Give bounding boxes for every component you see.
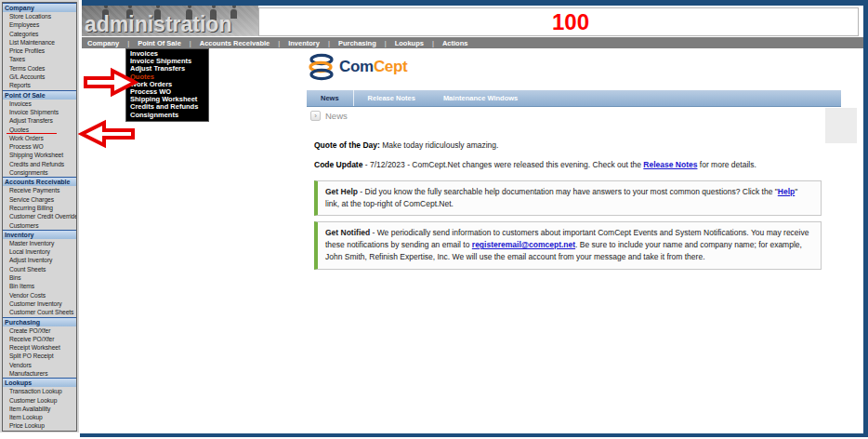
sidebar-item-receipt-worksheet[interactable]: Receipt Worksheet — [3, 343, 76, 352]
menu-point-of-sale[interactable]: Point Of Sale — [138, 39, 181, 47]
sidebar-item-price-lookup[interactable]: Price Lookup — [3, 421, 76, 430]
news-section-header: › News — [310, 111, 348, 121]
sidebar-item-manufacturers[interactable]: Manufacturers — [3, 369, 76, 378]
register-email-link[interactable]: registeremail@comcept.net — [472, 240, 575, 249]
sidebar-section-lookups: Lookups — [3, 378, 76, 387]
annotation-big-number: 100 — [552, 9, 589, 35]
sidebar-item-transaction-lookup[interactable]: Transaction Lookup — [3, 387, 76, 395]
sidebar-menu-panel: CompanyStore LocationsEmployeesCategorie… — [2, 2, 77, 432]
content-corner-decoration — [825, 108, 857, 143]
code-update-text-end: for more details. — [697, 160, 756, 169]
quote-label: Quote of the Day: — [314, 140, 380, 150]
sidebar-item-process-wo[interactable]: Process WO — [3, 142, 76, 151]
menu-lookups[interactable]: Lookups — [395, 39, 424, 47]
menu-separator: | — [328, 39, 330, 47]
comcept-logo: ComCept — [309, 53, 407, 81]
sidebar-item-work-orders[interactable]: Work Orders — [3, 134, 76, 142]
menu-purchasing[interactable]: Purchasing — [338, 39, 376, 47]
sidebar-section-inventory: Inventory — [3, 230, 76, 239]
right-frame-bar — [863, 0, 868, 437]
sidebar-section-point-of-sale: Point Of Sale — [3, 90, 76, 100]
banner-title: administration — [85, 13, 231, 36]
sidebar-item-adjust-transfers[interactable]: Adjust Transfers — [3, 116, 76, 125]
sidebar-item-bin-items[interactable]: Bin Items — [3, 282, 76, 290]
logo-com: Com — [339, 58, 374, 75]
sidebar-item-consignments[interactable]: Consignments — [3, 168, 76, 177]
sidebar-item-customer-count-sheets[interactable]: Customer Count Sheets — [3, 308, 76, 316]
sidebar-item-terms-codes[interactable]: Terms Codes — [3, 64, 76, 73]
code-update-line: Code Update - 7/12/2023 - ComCept.Net ch… — [314, 159, 868, 171]
sidebar-item-receive-po-xfer[interactable]: Receive PO/Xfer — [3, 335, 76, 343]
comcept-admin-window: CompanyStore LocationsEmployeesCategorie… — [0, 0, 868, 439]
comcept-logo-text: ComCept — [339, 58, 407, 76]
header-strip: 100 — [258, 7, 859, 36]
sidebar-item-count-sheets[interactable]: Count Sheets — [3, 265, 76, 273]
main-area: administration 100 Company|Point Of Sale… — [82, 0, 868, 439]
sidebar-item-taxes[interactable]: Taxes — [3, 55, 76, 63]
sidebar-item-customers[interactable]: Customers — [3, 221, 76, 230]
sidebar-section-accounts-receivable: Accounts Receivable — [3, 177, 76, 186]
menu-accounts-receivable[interactable]: Accounts Receivable — [200, 39, 270, 47]
sidebar-item-receive-payments[interactable]: Receive Payments — [3, 186, 76, 194]
tab-maintenance-windows[interactable]: Maintenance Windows — [429, 90, 532, 106]
menu-company[interactable]: Company — [87, 39, 119, 47]
main-menu-bar: Company|Point Of Sale|Accounts Receivabl… — [82, 37, 863, 48]
sidebar-item-employees[interactable]: Employees — [3, 20, 76, 29]
menu-inventory[interactable]: Inventory — [288, 39, 320, 47]
sidebar-item-list-maintenance[interactable]: List Maintenance — [3, 38, 76, 47]
dropdown-item-consignments[interactable]: Consignments — [126, 112, 208, 119]
sidebar-item-bins[interactable]: Bins — [3, 273, 76, 282]
sidebar-item-adjust-inventory[interactable]: Adjust Inventory — [3, 256, 76, 264]
sidebar-item-split-po-receipt[interactable]: Split PO Receipt — [3, 352, 76, 360]
sidebar-item-categories[interactable]: Categories — [3, 30, 76, 38]
sidebar-item-recurring-billing[interactable]: Recurring Billing — [3, 204, 76, 212]
sidebar-item-local-inventory[interactable]: Local Inventory — [3, 247, 76, 256]
sidebar-item-master-inventory[interactable]: Master Inventory — [3, 239, 76, 247]
sidebar-item-customer-credit-override[interactable]: Customer Credit Override — [3, 212, 76, 220]
code-update-text: - 7/12/2023 - ComCept.Net changes were r… — [362, 160, 643, 169]
code-update-label: Code Update — [314, 160, 362, 169]
tab-release-notes[interactable]: Release Notes — [354, 90, 429, 106]
sidebar-item-price-profiles[interactable]: Price Profiles — [3, 47, 76, 55]
sidebar-item-item-lookup[interactable]: Item Lookup — [3, 413, 76, 421]
sidebar-item-invoices[interactable]: Invoices — [3, 100, 76, 108]
sidebar-item-service-charges[interactable]: Service Charges — [3, 195, 76, 204]
tab-news[interactable]: News — [307, 90, 354, 106]
sidebar-item-vendors[interactable]: Vendors — [3, 361, 76, 369]
news-tab-bar: NewsRelease NotesMaintenance Windows — [307, 90, 841, 107]
quote-text: Make today ridiculously amazing. — [380, 140, 499, 150]
menu-separator: | — [432, 39, 434, 47]
menu-separator: | — [127, 39, 129, 47]
bottom-frame-bar — [80, 433, 868, 437]
sidebar-item-credits-and-refunds[interactable]: Credits and Refunds — [3, 160, 76, 168]
sidebar-item-g-l-accounts[interactable]: G/L Accounts — [3, 73, 76, 81]
sidebar-item-store-locations[interactable]: Store Locations — [3, 12, 76, 20]
quote-of-the-day: Quote of the Day: Make today ridiculousl… — [314, 140, 853, 152]
sidebar-item-invoice-shipments[interactable]: Invoice Shipments — [3, 108, 76, 116]
release-notes-link[interactable]: Release Notes — [643, 160, 697, 169]
get-help-text: - Did you know the fully searchable help… — [358, 187, 778, 196]
sidebar-section-purchasing: Purchasing — [3, 317, 76, 326]
get-help-label: Get Help — [325, 187, 358, 196]
menu-separator: | — [385, 39, 387, 47]
comcept-logo-icon — [309, 53, 335, 81]
sidebar-item-reports[interactable]: Reports — [3, 81, 76, 89]
red-arrow-right-icon — [83, 67, 138, 98]
sidebar-item-customer-lookup[interactable]: Customer Lookup — [3, 396, 76, 405]
sidebar-item-vendor-costs[interactable]: Vendor Costs — [3, 291, 76, 299]
sidebar-item-shipping-worksheet[interactable]: Shipping Worksheet — [3, 151, 76, 159]
sidebar-item-customer-inventory[interactable]: Customer Inventory — [3, 299, 76, 308]
get-help-box: Get Help - Did you know the fully search… — [314, 180, 822, 216]
sidebar-section-company: Company — [3, 3, 76, 12]
red-arrow-left-icon — [78, 118, 136, 150]
menu-separator: | — [190, 39, 191, 47]
sidebar-item-item-availability[interactable]: Item Availability — [3, 405, 76, 413]
sidebar: CompanyStore LocationsEmployeesCategorie… — [0, 0, 79, 432]
help-link[interactable]: Help — [778, 187, 795, 196]
menu-actions[interactable]: Actions — [442, 39, 468, 47]
sidebar-item-create-po-xfer[interactable]: Create PO/Xfer — [3, 326, 76, 335]
administration-banner: administration — [82, 6, 258, 36]
logo-cept: Cept — [374, 58, 408, 75]
news-section-title: News — [325, 111, 348, 121]
sidebar-item-quotes[interactable]: Quotes — [3, 126, 76, 134]
